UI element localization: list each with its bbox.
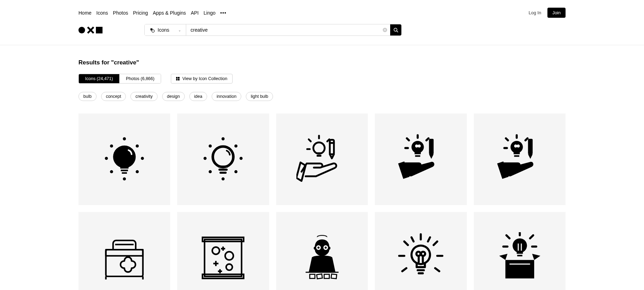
icon-card[interactable] [177,113,269,205]
tab-photos[interactable]: Photos (6,866) [119,74,161,83]
search-type-dropdown[interactable]: Icons ⌄ [145,24,186,36]
chevron-down-icon: ⌄ [178,28,181,32]
tab-icons[interactable]: Icons (24,471) [79,74,119,83]
nav-pricing[interactable]: Pricing [133,10,148,16]
nav-home[interactable]: Home [78,10,91,16]
chip-concept[interactable]: concept [101,92,126,101]
hand-bulb-pencil-solid-icon [395,134,447,185]
icon-card[interactable] [276,113,368,205]
nav-links: Home Icons Photos Pricing Apps & Plugins… [78,10,226,16]
bulb-box-icon [494,232,546,284]
results-tabs: Icons (24,471) Photos (6,866) [78,74,161,84]
icon-card[interactable] [78,212,170,290]
icon-card[interactable] [375,113,467,205]
search-row: Icons ⌄ [0,24,644,45]
logo-square-icon [96,27,103,33]
icon-card[interactable] [276,212,368,290]
icon-grid [78,113,566,290]
related-chips: bulb concept creativity design idea inno… [78,92,566,101]
chip-creativity[interactable]: creativity [130,92,157,101]
hand-bulb-pencil-solid2-icon [494,134,546,185]
icon-card[interactable] [474,212,566,290]
nav-apps-plugins[interactable]: Apps & Plugins [153,10,186,16]
hand-bulb-pencil-outline-icon [296,134,348,185]
search-type-icon [150,28,155,33]
search-type-label: Icons [158,27,169,33]
icon-card[interactable] [474,113,566,205]
nav-lingo[interactable]: Lingo [204,10,215,16]
clear-search-button[interactable] [380,24,390,36]
results-controls: Icons (24,471) Photos (6,866) View by Ic… [78,74,566,84]
login-link[interactable]: Log In [529,10,541,15]
logo[interactable] [78,27,103,33]
chip-light-bulb[interactable]: light bulb [246,92,273,101]
nav-icons[interactable]: Icons [96,10,108,16]
chip-design[interactable]: design [162,92,185,101]
chip-idea[interactable]: idea [189,92,207,101]
board-shapes-icon [197,232,249,284]
bulb-outline-icon [197,134,249,185]
collection-btn-label: View by Icon Collection [182,76,227,81]
nav-api[interactable]: API [191,10,199,16]
view-by-collection-button[interactable]: View by Icon Collection [171,74,233,84]
clear-icon [382,28,387,32]
person-drawing-icon [296,232,348,284]
svg-point-80 [152,30,154,32]
chip-innovation[interactable]: innovation [212,92,241,101]
svg-line-83 [396,31,398,32]
search-button[interactable] [390,24,401,36]
nav-auth: Log In Join [529,8,566,18]
logo-x-icon [87,27,94,33]
chip-bulb[interactable]: bulb [78,92,97,101]
top-nav: Home Icons Photos Pricing Apps & Plugins… [0,0,644,24]
results-area: Results for "creative" Icons (24,471) Ph… [0,45,644,290]
toolbox-flower-icon [99,232,150,284]
icon-card[interactable] [78,113,170,205]
search-icon [393,28,399,33]
search-input[interactable] [186,24,380,36]
results-title: Results for "creative" [78,59,566,66]
more-menu-icon[interactable] [220,12,226,14]
logo-circle-icon [78,27,85,33]
join-button[interactable]: Join [547,8,566,18]
search-bar: Icons ⌄ [144,24,402,36]
bulb-rays-outline-icon [395,232,447,284]
icon-card[interactable] [375,212,467,290]
nav-photos[interactable]: Photos [113,10,128,16]
grid-icon [176,77,180,80]
icon-card[interactable] [177,212,269,290]
bulb-filled-icon [99,134,150,185]
